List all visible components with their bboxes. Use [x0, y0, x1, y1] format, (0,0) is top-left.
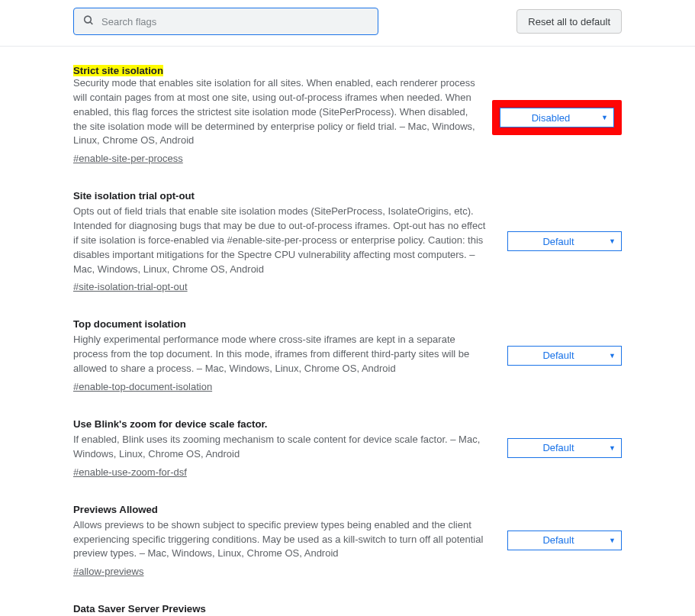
flag-control: Default ▼ [503, 603, 622, 616]
flag-title: Use Blink's zoom for device scale factor… [73, 418, 491, 430]
search-input[interactable] [73, 8, 378, 35]
search-container [73, 8, 378, 35]
flag-row: Use Blink's zoom for device scale factor… [73, 418, 622, 478]
flags-list: Strict site isolation Security mode that… [0, 47, 695, 616]
flag-title: Previews Allowed [73, 504, 491, 515]
flag-control: Default ▼ [503, 418, 622, 478]
flag-hash-link[interactable]: #allow-previews [73, 566, 143, 577]
flag-row: Data Saver Server Previews Allow the Dat… [73, 603, 622, 616]
flag-description: Allows previews to be shown subject to s… [73, 518, 491, 562]
flag-select-wrap: Default ▼ [507, 438, 622, 458]
flag-select-wrap: Default ▼ [507, 531, 622, 550]
flag-control: Default ▼ [503, 504, 622, 578]
flag-description: If enabled, Blink uses its zooming mecha… [73, 433, 491, 462]
flag-control: Disabled ▼ [492, 65, 622, 164]
flag-description: Security mode that enables site isolatio… [73, 76, 480, 148]
header-bar: Reset all to default [0, 0, 695, 47]
flag-row: Top document isolation Highly experiment… [73, 318, 622, 392]
flag-text: Site isolation trial opt-out Opts out of… [73, 190, 491, 292]
flag-description: Highly experimental performance mode whe… [73, 333, 491, 376]
flag-title: Strict site isolation [73, 65, 163, 76]
flag-text: Previews Allowed Allows previews to be s… [73, 504, 491, 578]
flag-hash-link[interactable]: #enable-top-document-isolation [73, 381, 212, 392]
flag-title: Data Saver Server Previews [73, 603, 491, 614]
reset-button[interactable]: Reset all to default [516, 9, 622, 34]
flag-title: Top document isolation [73, 318, 491, 330]
flag-description: Opts out of field trials that enable sit… [73, 205, 491, 276]
flag-select-wrap: Disabled ▼ [500, 108, 614, 127]
flag-hash-link[interactable]: #enable-use-zoom-for-dsf [73, 466, 187, 478]
flag-hash-link[interactable]: #site-isolation-trial-opt-out [73, 281, 188, 292]
flag-select[interactable]: Default [507, 346, 622, 366]
flag-select-wrap: Default ▼ [507, 231, 622, 251]
flag-select[interactable]: Default [507, 231, 622, 251]
flag-text: Top document isolation Highly experiment… [73, 318, 491, 392]
flag-select[interactable]: Default [507, 531, 622, 550]
flag-text: Use Blink's zoom for device scale factor… [73, 418, 491, 478]
flag-hash-link[interactable]: #enable-site-per-process [73, 153, 183, 164]
flag-row: Site isolation trial opt-out Opts out of… [73, 190, 622, 292]
flag-control: Default ▼ [503, 190, 622, 292]
flag-select-wrap: Default ▼ [507, 346, 622, 366]
flag-control: Default ▼ [503, 318, 622, 392]
flag-select[interactable]: Disabled [500, 108, 614, 127]
highlight-frame: Disabled ▼ [492, 100, 622, 135]
flag-row: Previews Allowed Allows previews to be s… [73, 504, 622, 578]
flag-select[interactable]: Default [507, 438, 622, 458]
flag-row: Strict site isolation Security mode that… [73, 65, 622, 164]
flag-title: Site isolation trial opt-out [73, 190, 491, 202]
flag-text: Data Saver Server Previews Allow the Dat… [73, 603, 491, 616]
flag-text: Strict site isolation Security mode that… [73, 65, 480, 164]
